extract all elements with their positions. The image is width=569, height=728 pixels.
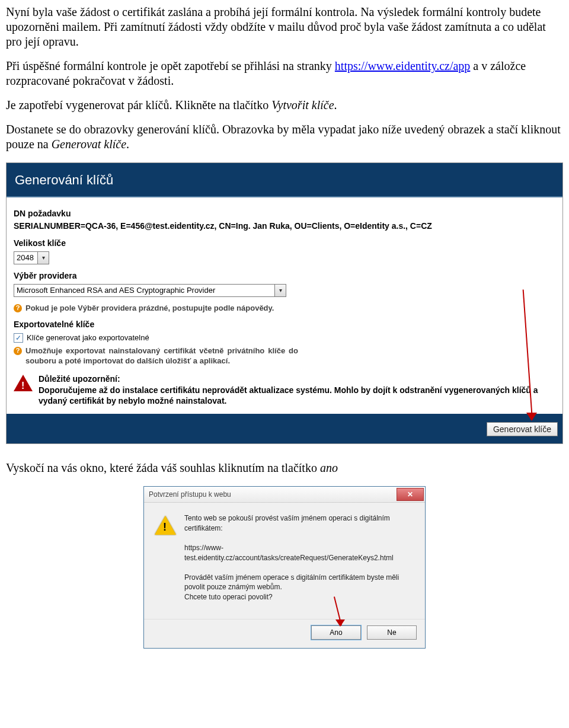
dialog-url: https://www-test.eidentity.cz/account/ta… (184, 543, 414, 563)
generate-keys-button[interactable]: Generovat klíče (487, 422, 558, 436)
close-icon[interactable]: ✕ (397, 488, 424, 501)
yes-button[interactable]: Ano (311, 625, 361, 640)
dialog-line-1: Tento web se pokouší provést vaším jméne… (184, 513, 414, 534)
provider-hint: Pokud je pole Výběr providera prázdné, p… (25, 303, 274, 314)
keysize-label: Velikost klíče (14, 238, 555, 249)
chevron-down-icon: ▾ (274, 285, 286, 296)
warning-body: Doporučujeme až do instalace certifikátu… (39, 385, 555, 407)
keysize-select[interactable]: 2048 ▾ (14, 251, 49, 264)
paragraph-4: Dostanete se do obrazovky generování klí… (6, 122, 563, 152)
keysize-value: 2048 (14, 253, 37, 263)
keygen-title: Generování klíčů (7, 163, 562, 197)
paragraph-4-emph: Generovat klíče (52, 138, 126, 151)
eidentity-link[interactable]: https://www.eidentity.cz/app (335, 59, 470, 72)
export-hint: Umožňuje exportovat nainstalovaný certif… (25, 346, 298, 366)
warning-icon (155, 516, 176, 535)
export-checkbox-label: Klíče generovat jako exportovatelné (27, 333, 149, 343)
no-button[interactable]: Ne (367, 625, 417, 640)
dialog-line-2: Provádět vaším jménem operace s digitáln… (184, 573, 399, 592)
provider-label: Výběr providera (14, 270, 555, 282)
provider-select[interactable]: Microsoft Enhanced RSA and AES Cryptogra… (14, 284, 286, 297)
export-label: Exportovatelné klíče (14, 319, 555, 330)
paragraph-3-emph: Vytvořit klíče (271, 98, 334, 111)
provider-value: Microsoft Enhanced RSA and AES Cryptogra… (14, 285, 274, 296)
dialog-title: Potvrzení přístupu k webu (149, 490, 231, 499)
paragraph-3: Je zapotřebí vygenerovat pár klíčů. Klik… (6, 98, 563, 113)
paragraph-2a: Při úspěšné formální kontrole je opět za… (6, 59, 335, 72)
warning-title: Důležité upozornění: (39, 373, 555, 385)
paragraph-5: Vyskočí na vás okno, které žáda váš souh… (6, 461, 563, 475)
confirm-dialog-screenshot: Potvrzení přístupu k webu ✕ Tento web se… (143, 486, 426, 649)
dialog-line-3: Chcete tuto operaci povolit? (184, 593, 273, 601)
paragraph-1: Nyní byla vaše žádost o certifikát zaslá… (6, 5, 563, 49)
keygen-screenshot: Generování klíčů DN požadavku SERIALNUMB… (6, 162, 563, 444)
paragraph-5a: Vyskočí na vás okno, které žáda váš souh… (6, 461, 320, 474)
help-icon: ? (14, 347, 22, 355)
paragraph-3a: Je zapotřebí vygenerovat pár klíčů. Klik… (6, 98, 271, 111)
export-checkbox[interactable]: ✓ (14, 333, 23, 343)
dn-value: SERIALNUMBER=QCA-36, E=456@test.eidentit… (14, 221, 555, 232)
chevron-down-icon: ▾ (37, 252, 49, 264)
help-icon: ? (14, 304, 22, 312)
paragraph-2: Při úspěšné formální kontrole je opět za… (6, 59, 563, 88)
paragraph-5-emph: ano (320, 461, 338, 474)
paragraph-4b: . (126, 138, 129, 151)
paragraph-3b: . (334, 98, 337, 111)
dn-label: DN požadavku (14, 208, 555, 219)
warning-icon (14, 375, 33, 391)
